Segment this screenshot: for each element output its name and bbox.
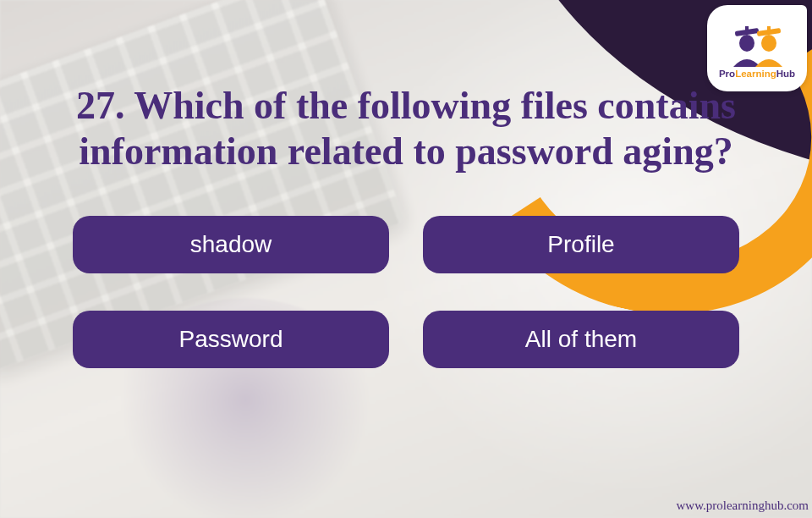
question-text: 27. Which of the following files contain… [0,83,812,184]
option-c[interactable]: Password [73,311,389,368]
options-grid: shadow Profile Password All of them [73,216,739,368]
option-b-label: Profile [547,231,614,258]
brand-suffix: Hub [776,69,795,79]
footer-url: www.prolearninghub.com [677,499,809,513]
brand-name: ProLearningHub [719,69,795,79]
svg-point-3 [761,35,776,52]
brand-logo: ProLearningHub [707,5,807,91]
option-c-label: Password [179,326,283,353]
svg-point-0 [739,35,754,52]
svg-rect-5 [767,26,771,33]
option-a[interactable]: shadow [73,216,389,273]
option-b[interactable]: Profile [423,216,739,273]
option-d[interactable]: All of them [423,311,739,368]
svg-rect-2 [745,26,749,33]
option-d-label: All of them [525,326,637,353]
option-a-label: shadow [190,231,272,258]
slide-content: 27. Which of the following files contain… [0,83,812,368]
brand-mid: Learning [735,69,776,79]
brand-prefix: Pro [719,69,735,79]
graduates-icon [727,18,787,67]
